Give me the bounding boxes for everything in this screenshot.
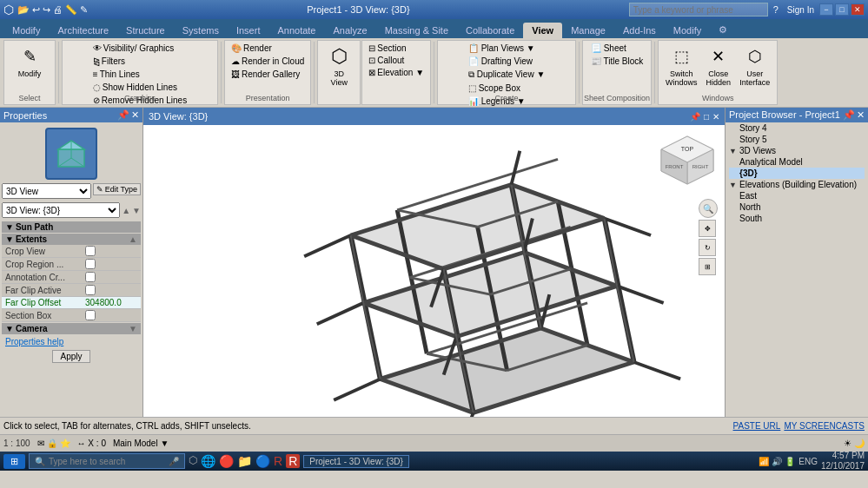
paste-url-btn[interactable]: PASTE URL (733, 421, 781, 431)
qa-open[interactable]: 📂 (17, 4, 30, 16)
mic-icon[interactable]: 🎤 (169, 457, 179, 466)
tab-addins[interactable]: Add-Ins (614, 23, 665, 38)
title-block-btn[interactable]: 📰 Title Block (588, 56, 646, 67)
qa-redo[interactable]: ↪ (43, 4, 50, 16)
far-clip-active-checkbox[interactable] (85, 285, 96, 295)
pb-item-3d[interactable]: {3D} (729, 168, 865, 179)
sign-in-btn[interactable]: Sign In (784, 5, 818, 15)
model-selector[interactable]: Main Model ▼ (113, 439, 169, 448)
crop-region-checkbox[interactable] (85, 259, 96, 269)
modify-btn[interactable]: ✎ Modify (14, 43, 45, 80)
3d-view-btn[interactable]: ⬡ 3DView (323, 43, 354, 89)
pb-item-story5[interactable]: Story 5 (729, 134, 865, 145)
callout-btn[interactable]: ⊡ Callout (366, 55, 407, 66)
pb-item-south[interactable]: South (729, 213, 865, 224)
annotation-checkbox[interactable] (85, 272, 96, 282)
sheet-btn[interactable]: 📃 Sheet (588, 43, 629, 54)
pb-item-3dviews[interactable]: ▼ 3D Views (729, 145, 865, 156)
render-btn[interactable]: 🎨 Render (229, 43, 275, 54)
scope-box-btn[interactable]: ⬚ Scope Box (466, 82, 523, 94)
tab-view[interactable]: View (523, 23, 562, 38)
minimize-btn[interactable]: − (819, 3, 833, 16)
pb-close-btn[interactable]: ✕ (857, 109, 865, 121)
moon-icon[interactable]: 🌙 (854, 439, 865, 448)
tab-structure[interactable]: Structure (117, 23, 174, 38)
tab-annotate[interactable]: Annotate (268, 23, 324, 38)
edit-type-btn[interactable]: ✎ Edit Type (93, 183, 141, 195)
pb-item-elevations[interactable]: ▼ Elevations (Building Elevation) (729, 179, 865, 190)
volume-icon[interactable]: 🔊 (772, 457, 782, 466)
taskbar-revit-item[interactable]: Project1 - 3D View: {3D} (303, 455, 409, 468)
visibility-graphics-btn[interactable]: 👁 Visibility/ Graphics (90, 43, 177, 54)
view-selector[interactable]: 3D View: {3D} (2, 202, 120, 218)
qa-annotate[interactable]: ✎ (80, 4, 88, 16)
elevation-btn[interactable]: ⊠ Elevation ▼ (366, 67, 427, 78)
email-icon[interactable]: ✉ (37, 439, 44, 448)
duplicate-view-btn[interactable]: ⧉ Duplicate View ▼ (466, 69, 547, 81)
qa-undo[interactable]: ↩ (32, 4, 40, 16)
pb-item-analytical[interactable]: Analytical Model (729, 156, 865, 168)
chrome-btn[interactable]: 🔴 (219, 454, 234, 468)
scroll-up-btn[interactable]: ▲ (122, 206, 130, 215)
render-cloud-btn[interactable]: ☁ Render in Cloud (229, 56, 307, 67)
view-maximize-btn[interactable]: □ (704, 112, 709, 122)
pb-item-story4[interactable]: Story 4 (729, 122, 865, 134)
network-icon[interactable]: 📶 (759, 457, 769, 466)
props-pin-btn[interactable]: 📌 (117, 109, 129, 121)
tab-analyze[interactable]: Analyze (325, 23, 376, 38)
drafting-view-btn[interactable]: 📄 Drafting View (466, 56, 535, 67)
filters-btn[interactable]: ⧎ Filters (90, 56, 128, 67)
type-selector[interactable]: 3D View (2, 183, 91, 199)
lock-icon[interactable]: 🔒 (47, 439, 57, 448)
battery-icon[interactable]: 🔋 (785, 457, 795, 466)
tab-collaborate[interactable]: Collaborate (457, 23, 523, 38)
tab-architecture[interactable]: Architecture (49, 23, 117, 38)
pb-item-north[interactable]: North (729, 201, 865, 213)
keyword-search[interactable] (629, 3, 768, 16)
camera-header[interactable]: ▼ Camera ▼ (2, 323, 141, 334)
explorer-btn[interactable]: 📁 (237, 454, 252, 468)
crop-view-checkbox[interactable] (85, 246, 96, 256)
camera-scroll-down[interactable]: ▼ (129, 324, 137, 333)
edge-btn[interactable]: 🔵 (255, 454, 270, 468)
replicate-btn[interactable]: ⬡ UserInterface (736, 43, 773, 89)
section-box-checkbox[interactable] (85, 310, 96, 320)
apply-btn[interactable]: Apply (52, 350, 89, 363)
props-close-btn[interactable]: ✕ (131, 109, 139, 121)
far-clip-offset-value[interactable]: 304800.0 (85, 298, 137, 307)
tab-manage[interactable]: Manage (562, 23, 614, 38)
render-gallery-btn[interactable]: 🖼 Render Gallery (229, 69, 302, 80)
extents-header[interactable]: ▼ Extents ▲ (2, 234, 141, 245)
sun-icon[interactable]: ☀ (844, 439, 851, 448)
tab-settings[interactable]: ⚙ (710, 22, 736, 38)
scroll-down-btn[interactable]: ▼ (132, 206, 141, 215)
tab-systems[interactable]: Systems (174, 23, 228, 38)
maximize-btn[interactable]: □ (835, 3, 849, 16)
screencasts-btn[interactable]: MY SCREENCASTS (784, 421, 865, 431)
revit-icon1[interactable]: R (274, 454, 282, 468)
thin-lines-btn[interactable]: ≡ Thin Lines (90, 69, 142, 80)
taskview-btn[interactable]: ⬡ (189, 454, 197, 468)
tab-insert[interactable]: Insert (228, 23, 269, 38)
tab-modify[interactable]: Modify (3, 23, 49, 38)
properties-help-link[interactable]: Properties help (5, 337, 137, 346)
extents-scroll-up[interactable]: ▲ (129, 234, 137, 244)
view-close-btn[interactable]: ✕ (712, 112, 719, 122)
pb-item-east[interactable]: East (729, 190, 865, 201)
tab-massing[interactable]: Massing & Site (376, 23, 457, 38)
show-hidden-btn[interactable]: ◌ Show Hidden Lines (90, 82, 180, 93)
browser-btn[interactable]: 🌐 (201, 454, 215, 468)
star-icon[interactable]: ⭐ (60, 439, 70, 448)
tab-modify2[interactable]: Modify (665, 23, 710, 38)
help-btn[interactable]: ? (770, 4, 782, 15)
pb-pin-btn[interactable]: 📌 (843, 109, 855, 121)
close-btn[interactable]: ✕ (851, 3, 865, 16)
close-hidden-btn[interactable]: ✕ CloseHidden (703, 43, 735, 89)
taskbar-search[interactable]: 🔍 Type here to search 🎤 (29, 453, 185, 469)
view-canvas[interactable]: TOP RIGHT FRONT 🔍 ✥ ↻ ⊞ (143, 125, 725, 417)
sunpath-header[interactable]: ▼ Sun Path (2, 221, 141, 233)
section-btn[interactable]: ⊟ Section (366, 43, 408, 54)
qa-print[interactable]: 🖨 (53, 4, 63, 16)
qa-measure[interactable]: 📏 (65, 4, 77, 16)
switch-windows-btn[interactable]: ⬚ SwitchWindows (662, 43, 701, 89)
